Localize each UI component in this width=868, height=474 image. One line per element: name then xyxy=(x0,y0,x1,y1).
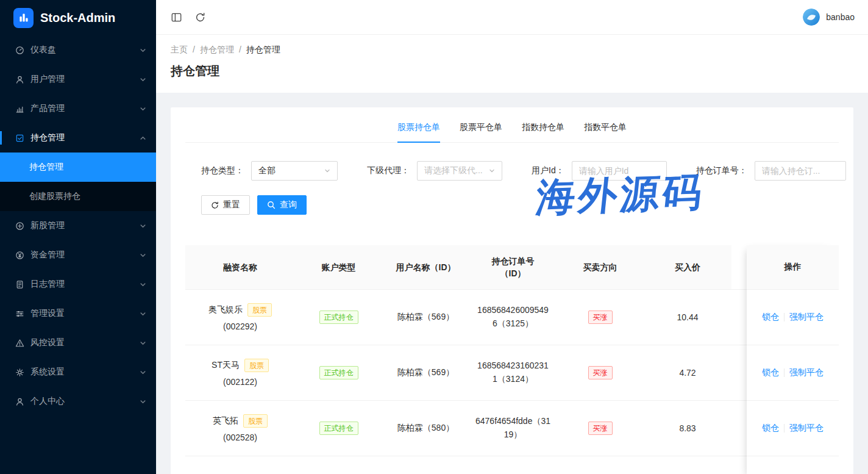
order-no-input[interactable] xyxy=(755,161,846,181)
sidebar-item-positions[interactable]: 持仓管理 xyxy=(0,123,156,153)
cell-operations: 锁仓 强制平仓 xyxy=(747,290,839,345)
sidebar-item-logs[interactable]: 日志管理 xyxy=(0,270,156,299)
stock-code: (002292) xyxy=(223,321,257,331)
chevron-down-icon xyxy=(324,168,330,174)
filter-actions: 重置 查询 xyxy=(185,195,839,215)
user-menu[interactable]: banbao xyxy=(803,9,855,26)
chevron-down-icon xyxy=(140,369,146,376)
action-divider xyxy=(784,424,784,433)
sidebar-item-label: 风控设置 xyxy=(30,337,140,348)
tab-stock-closed[interactable]: 股票平仓单 xyxy=(460,122,502,142)
column-header-operations: 操作 xyxy=(747,245,839,290)
app-logo[interactable]: Stock-Admin xyxy=(0,0,156,35)
cell-order-no: 6476f4654fdde（3119） xyxy=(469,401,557,456)
cell-operations: 锁仓 强制平仓 xyxy=(747,345,839,401)
chevron-down-icon xyxy=(140,76,146,83)
sidebar-item-label: 持仓管理 xyxy=(30,132,140,143)
sidebar-item-new-stock[interactable]: 新股管理 xyxy=(0,211,156,240)
sidebar-item-system-settings[interactable]: 系统设置 xyxy=(0,357,156,387)
profile-icon xyxy=(15,397,24,406)
column-header-direction: 买卖方向 xyxy=(557,245,644,289)
column-header-account-type: 账户类型 xyxy=(295,245,382,289)
tab-index-closed[interactable]: 指数平仓单 xyxy=(584,122,627,142)
app-root: Stock-Admin 仪表盘 用户管理 产品管理 持仓管理 xyxy=(0,0,868,474)
breadcrumb: 主页 / 持仓管理 / 持仓管理 xyxy=(171,45,853,56)
cell-user: 陈柏霖（569） xyxy=(382,290,469,345)
page-title: 持仓管理 xyxy=(171,63,853,79)
agent-select[interactable]: 请选择下级代... xyxy=(417,161,502,181)
breadcrumb-home[interactable]: 主页 xyxy=(171,45,188,56)
lock-position-link[interactable]: 锁仓 xyxy=(762,423,779,434)
tab-index-positions[interactable]: 指数持仓单 xyxy=(522,122,564,142)
sidebar-item-dashboard[interactable]: 仪表盘 xyxy=(0,35,156,65)
filter-agent: 下级代理： 请选择下级代... xyxy=(367,161,502,181)
lock-position-link[interactable]: 锁仓 xyxy=(762,312,779,323)
table-row: 奥飞娱乐股票 (002292) 正式持仓 陈柏霖（569） 1685684260… xyxy=(185,290,839,345)
positions-table: 融资名称 账户类型 用户名称（ID） 持仓订单号（ID） 买卖方向 买入价 奥飞… xyxy=(185,245,839,474)
table-fixed-ops-column: 操作 锁仓 强制平仓 锁仓 强制平仓 锁仓 xyxy=(747,245,839,474)
sidebar-item-users[interactable]: 用户管理 xyxy=(0,65,156,94)
sidebar-item-risk-settings[interactable]: 风控设置 xyxy=(0,328,156,357)
stock-code: (002122) xyxy=(223,377,257,387)
avatar xyxy=(803,9,820,26)
market-tag: 股票 xyxy=(243,414,268,428)
table-row: 英飞拓股票 (002528) 正式持仓 陈柏霖（580） 6476f4654fd… xyxy=(185,401,839,456)
content: 海外源码 股票持仓单 股票平仓单 指数持仓单 指数平仓单 持仓类型： 全部 xyxy=(156,93,868,474)
breadcrumb-separator: / xyxy=(193,45,195,56)
force-close-link[interactable]: 强制平仓 xyxy=(789,423,824,434)
tab-stock-positions[interactable]: 股票持仓单 xyxy=(397,122,440,142)
main-area: banbao 主页 / 持仓管理 / 持仓管理 持仓管理 海外源码 股票持仓单 … xyxy=(156,0,868,474)
sidebar-item-profile[interactable]: 个人中心 xyxy=(0,387,156,416)
cell-user: 陈柏霖（569） xyxy=(382,345,469,400)
sidebar-item-label: 产品管理 xyxy=(30,103,140,114)
sidebar-item-admin-settings[interactable]: 管理设置 xyxy=(0,299,156,328)
reset-button[interactable]: 重置 xyxy=(201,195,250,215)
sidebar-item-label: 系统设置 xyxy=(30,367,140,378)
direction-tag: 买涨 xyxy=(588,311,613,324)
force-close-link[interactable]: 强制平仓 xyxy=(789,312,824,323)
cell-order-no: 1685684260095496（3125） xyxy=(469,290,557,345)
user-id-input[interactable] xyxy=(572,161,667,181)
force-close-link[interactable]: 强制平仓 xyxy=(789,367,824,378)
brand-icon xyxy=(13,8,34,28)
table-row-partial xyxy=(185,456,839,474)
sidebar-item-products[interactable]: 产品管理 xyxy=(0,94,156,123)
refresh-icon[interactable] xyxy=(195,12,205,23)
tab-bar: 股票持仓单 股票平仓单 指数持仓单 指数平仓单 xyxy=(185,107,839,143)
admin-settings-icon xyxy=(15,309,24,318)
risk-icon xyxy=(15,338,24,348)
cell-direction: 买涨 xyxy=(557,290,644,345)
action-divider xyxy=(784,313,784,321)
cell-user: 陈柏霖（580） xyxy=(382,401,469,456)
cell-order-no: 1685684231602311（3124） xyxy=(469,345,557,400)
sidebar-item-label: 仪表盘 xyxy=(30,45,140,56)
chevron-down-icon xyxy=(140,106,146,112)
sidebar-item-label: 资金管理 xyxy=(30,250,140,260)
cell-direction: 买涨 xyxy=(557,345,644,400)
lock-position-link[interactable]: 锁仓 xyxy=(762,367,779,378)
account-type-tag: 正式持仓 xyxy=(319,366,358,379)
query-button[interactable]: 查询 xyxy=(257,195,307,215)
submenu-item-label: 创建股票持仓 xyxy=(29,191,80,202)
collapse-sidebar-icon[interactable] xyxy=(171,12,182,23)
submenu-item-positions-manage[interactable]: 持仓管理 xyxy=(0,153,156,182)
users-icon xyxy=(15,74,24,84)
account-type-tag: 正式持仓 xyxy=(319,311,358,324)
cell-buy-price: 8.83 xyxy=(644,401,731,456)
cell-account-type: 正式持仓 xyxy=(295,401,382,456)
position-type-select[interactable]: 全部 xyxy=(251,161,338,181)
filter-form: 持仓类型： 全部 下级代理： 请选择下级代... xyxy=(185,143,839,181)
breadcrumb-positions[interactable]: 持仓管理 xyxy=(200,45,234,56)
logs-icon xyxy=(15,279,24,289)
filter-user-id: 用户Id： xyxy=(532,161,667,181)
chevron-up-icon xyxy=(140,135,146,142)
submenu-item-label: 持仓管理 xyxy=(29,162,63,173)
cell-operations: 锁仓 强制平仓 xyxy=(747,401,839,456)
sidebar-item-funds[interactable]: 资金管理 xyxy=(0,240,156,270)
table-header: 融资名称 账户类型 用户名称（ID） 持仓订单号（ID） 买卖方向 买入价 xyxy=(185,245,839,290)
chevron-down-icon xyxy=(140,47,146,54)
sidebar-item-label: 个人中心 xyxy=(30,396,140,407)
direction-tag: 买涨 xyxy=(588,366,613,379)
chevron-down-icon xyxy=(140,252,146,259)
submenu-item-create-stock-position[interactable]: 创建股票持仓 xyxy=(0,182,156,211)
